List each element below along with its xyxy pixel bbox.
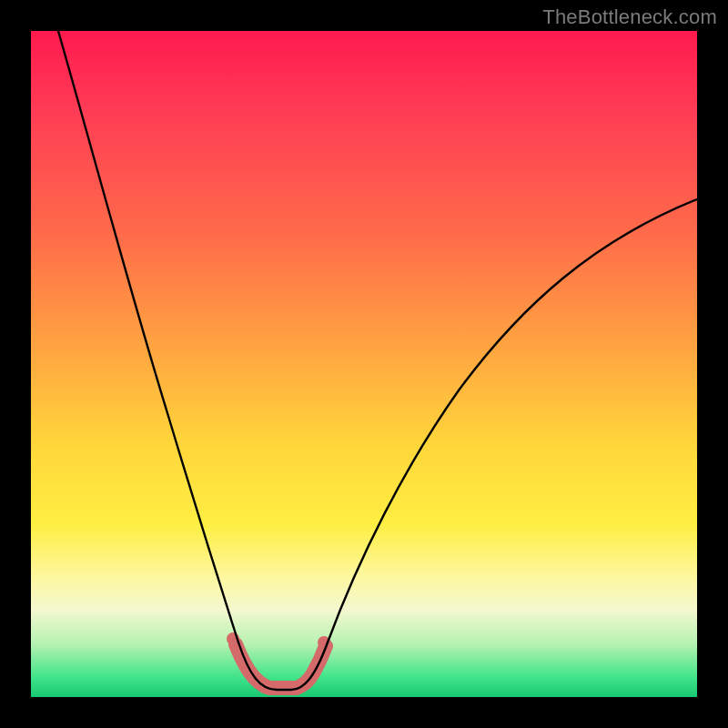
chart-frame: TheBottleneck.com (0, 0, 728, 728)
watermark-text: TheBottleneck.com (542, 5, 717, 29)
bottleneck-curve (58, 31, 697, 690)
highlight-segment (236, 644, 326, 688)
chart-svg (31, 31, 697, 697)
plot-area (31, 31, 697, 697)
